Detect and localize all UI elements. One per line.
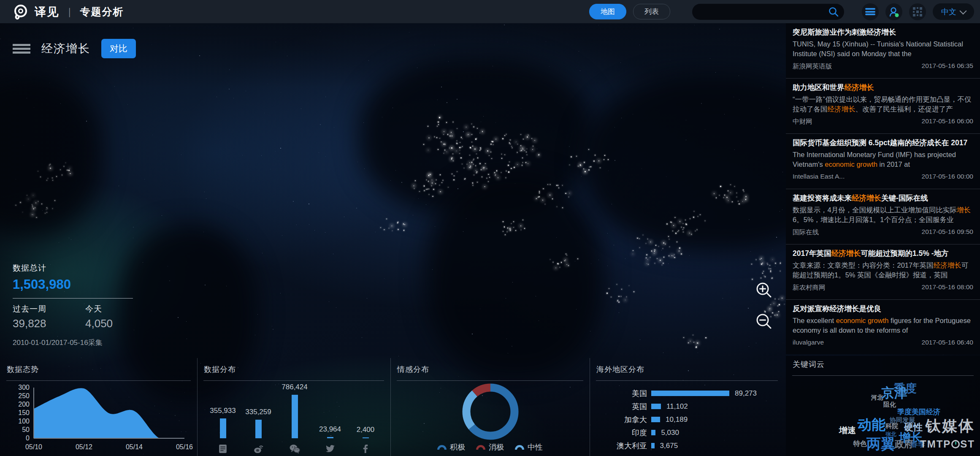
region-label: 澳大利亚 [596,441,647,451]
news-item[interactable]: 突尼斯旅游业作为刺激经济增长TUNIS, May 15 (Xinhua) -- … [786,23,980,79]
news-title: 反对派宣称经济增长是优良 [793,304,973,314]
sentiment-donut-chart [390,361,590,441]
week-label: 过去一周 [13,304,46,315]
svg-text:100: 100 [18,418,30,425]
news-icon [217,443,228,454]
news-body: The International Monetary Fund (IMF) ha… [793,150,973,169]
news-body: 数据显示，4月份，全国规模以上工业增加值同比实际增长6。5%，增速比上月回落1。… [793,205,973,225]
menu-button[interactable] [862,3,879,20]
distribution-bar [255,420,262,438]
user-button[interactable] [885,3,902,20]
section-title: 专题分析 [80,5,124,19]
search-input[interactable] [692,8,844,16]
region-bar [651,417,660,422]
search-box[interactable] [692,4,844,20]
panel-divider [197,358,198,456]
weibo-icon [253,443,264,454]
news-source: 国际在线 [793,228,819,237]
today-label: 今天 [85,304,113,315]
keyword-word[interactable]: 阻化 [883,401,896,407]
news-meta: Intellasia East A...2017-05-16 00:00 [793,173,973,180]
language-label: 中文 [941,7,956,17]
news-time: 2017-05-16 06:35 [922,62,973,71]
zoom-out-button[interactable] [754,312,774,332]
topic-title: 经济增长 [41,41,90,56]
news-source: 新农村商网 [793,283,826,292]
region-row: 加拿大10,189 [596,413,784,426]
region-row: 美国89,273 [596,387,784,400]
news-item[interactable]: 反对派宣称经济增长是优良The excellent economic growt… [786,300,980,354]
keyword-word[interactable]: 动能 [858,418,885,432]
legend-arc-swatch [437,445,447,450]
topic-menu-icon[interactable] [13,42,30,55]
panel-divider [590,358,590,456]
news-body: TUNIS, May 15 (Xinhua) -- Tunisia's Nati… [793,39,973,59]
sentiment-legend: 积极消极中性 [390,442,590,452]
qr-button[interactable] [909,3,926,20]
user-icon [888,6,900,18]
region-bar [651,391,729,396]
region-label: 加拿大 [596,415,647,425]
panel-overseas-regions: 海外地区分布 美国89,273英国11,102加拿大10,189印度5,030澳… [590,361,784,456]
news-item[interactable]: 基建投资将成未来经济增长关键-国际在线数据显示，4月份，全国规模以上工业增加值同… [786,189,980,244]
watermark-en-left: TMTP [920,438,951,450]
today-value: 4,050 [85,317,113,330]
svg-text:200: 200 [18,401,30,408]
news-meta: 新浪网英语版2017-05-16 06:35 [793,62,973,71]
region-bar [651,430,655,435]
news-meta: iluvalgarve2017-05-16 06:40 [793,339,973,346]
region-label: 美国 [596,388,647,399]
top-header: 译见 ｜ 专题分析 地图 列表 [0,0,980,23]
hamburger-icon [865,7,875,16]
news-item[interactable]: 国际货币基金组织预测 6.5pct越南的经济成长在 2017The Intern… [786,134,980,189]
total-value: 1,503,980 [13,277,133,292]
keyword-word[interactable]: 京津 [881,386,907,399]
keyword-word[interactable]: 季度美国经济 [897,408,940,415]
news-item[interactable]: 2017年英国经济增长可能超过预期的1.5% -地方文章来源：文章类型：内容分类… [786,244,980,300]
keyword-word[interactable]: 增速 [839,426,856,434]
week-value: 39,828 [13,317,46,330]
news-feed[interactable]: 突尼斯旅游业作为刺激经济增长TUNIS, May 15 (Xinhua) -- … [786,23,980,354]
news-source: 新浪网英语版 [793,62,832,71]
distribution-bar [220,418,226,438]
region-value: 3,675 [660,442,678,450]
svg-text:05/10: 05/10 [25,443,42,451]
regions-bars: 美国89,273英国11,102加拿大10,189印度5,030澳大利亚3,67… [590,387,784,452]
stats-divider [13,298,133,299]
map-view-button[interactable]: 地图 [589,4,626,19]
search-icon[interactable] [828,6,839,17]
twitter-icon: - [325,443,336,454]
news-time: 2017-05-16 00:00 [922,173,973,180]
news-item[interactable]: 助力地区和世界经济增长“一带一路”倡议提出以来，贸易畅通的作用更加凸显，不仅拉动… [786,79,980,134]
keyword-word[interactable]: 两翼 [866,437,895,451]
panel-divider [390,358,391,456]
svg-text:05/16: 05/16 [176,443,193,451]
region-row: 澳大利亚3,675 [596,439,784,452]
list-view-button[interactable]: 列表 [633,4,670,19]
language-selector[interactable]: 中文 [933,3,974,20]
legend-item: 积极 [437,442,465,452]
region-row: 英国11,102 [596,400,784,413]
panel-keyword-cloud: 关键词云 河北季度京津阻化季度美国经济协同发展科院动能硬性增速张北增长特色政府春… [786,356,980,456]
collection-range: 2010-01-01/2017-05-16采集 [13,338,133,347]
svg-text:300: 300 [18,384,30,391]
distribution-bar [292,395,298,438]
legend-arc-swatch [515,445,524,450]
yijian-logo-icon [11,3,30,21]
news-time: 2017-05-16 09:50 [922,228,973,237]
zoom-in-button[interactable] [754,280,774,301]
news-meta: 国际在线2017-05-16 09:50 [793,228,973,237]
keyword-word[interactable]: 特色 [853,440,867,447]
distribution-bar [327,437,333,438]
svg-text:05/12: 05/12 [76,443,92,451]
compare-button[interactable]: 对比 [101,39,136,58]
news-title: 助力地区和世界经济增长 [793,82,973,92]
distribution-bars: 355,933335,259786,42423,964-2,400- [197,361,390,456]
brand-name: 译见 [35,4,59,19]
brand-divider: ｜ [65,5,74,18]
news-time: 2017-05-16 08:00 [922,283,973,292]
news-time: 2017-05-16 06:40 [922,339,973,346]
legend-label: 消极 [489,442,504,452]
keyword-word[interactable]: 科院 [885,423,898,429]
panel-data-trend: 数据态势 30025020015010050005/1005/1205/1405… [0,361,197,456]
